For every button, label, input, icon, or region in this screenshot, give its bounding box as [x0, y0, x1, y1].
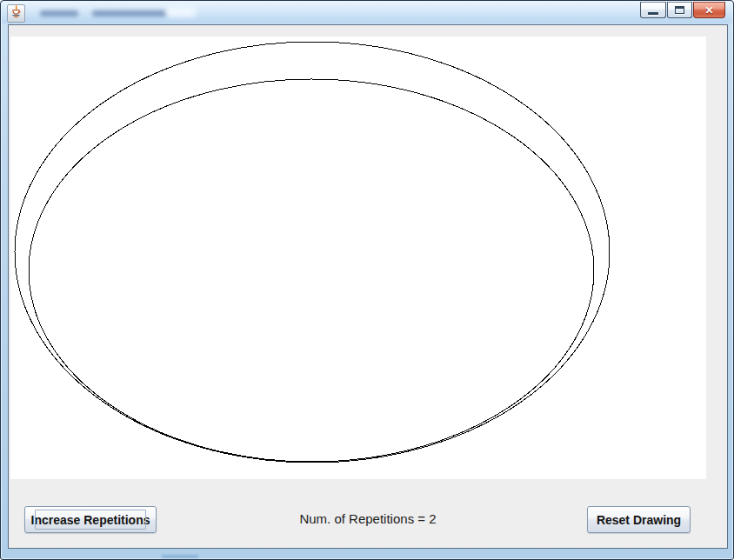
- frame-smudge: [162, 555, 198, 558]
- maximize-button[interactable]: [667, 2, 692, 18]
- minimize-icon: [648, 12, 658, 15]
- window-title-blurred-segment: [40, 10, 78, 17]
- window-title-highlight: [166, 7, 196, 17]
- screenshot-root: ✕ Increase Repetitions Num. of Repetitio…: [0, 0, 734, 560]
- close-icon: ✕: [704, 5, 713, 16]
- minimize-button[interactable]: [640, 2, 666, 18]
- reset-drawing-button[interactable]: Reset Drawing: [587, 506, 691, 533]
- window-title-blurred-segment: [92, 10, 167, 17]
- reset-drawing-label: Reset Drawing: [597, 513, 681, 527]
- java-coffee-cup-icon: [10, 5, 23, 22]
- close-button[interactable]: ✕: [693, 2, 725, 18]
- client-area: Increase Repetitions Num. of Repetitions…: [8, 24, 728, 549]
- drawing-svg: [10, 37, 706, 479]
- maximize-icon: [675, 6, 684, 14]
- drawing-canvas[interactable]: [10, 37, 706, 479]
- window-menu-button[interactable]: [7, 4, 25, 23]
- app-window: ✕ Increase Repetitions Num. of Repetitio…: [0, 0, 734, 560]
- title-bar[interactable]: [2, 2, 732, 23]
